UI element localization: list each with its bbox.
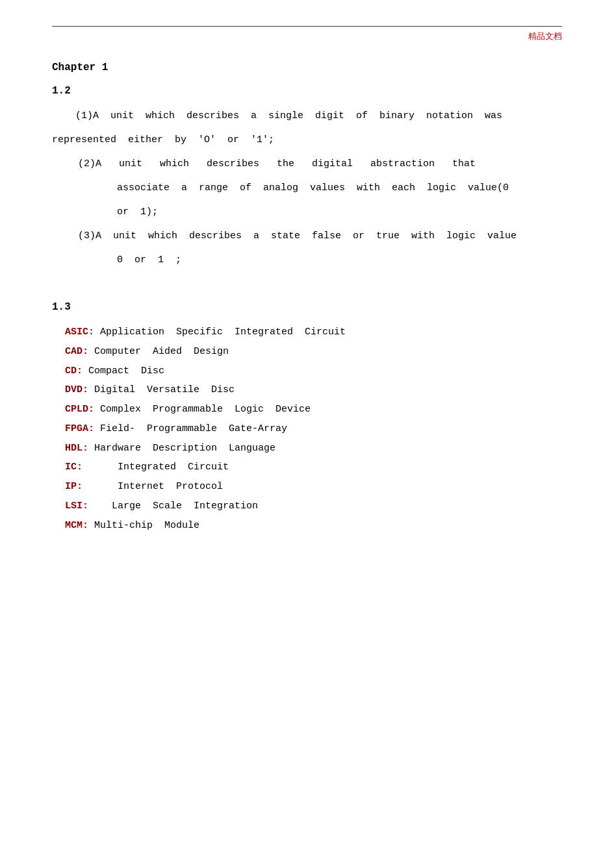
item-1-main: (1)A unit which describes a single digit… (52, 107, 562, 125)
item-3-main: (3)A unit which describes a state false … (78, 227, 562, 245)
abbrev-label-lsi: LSI: (65, 501, 88, 512)
abbrev-lsi: LSI: Large Scale Integration (52, 497, 562, 515)
item-2-block: (2)A unit which describes the digital ab… (52, 155, 562, 221)
abbrev-label-fpga: FPGA: (65, 423, 94, 434)
abbrev-hdl: HDL: Hardware Description Language (52, 440, 562, 458)
abbrev-full-asic: Application Specific Integrated Circuit (94, 327, 346, 338)
abbrev-full-ip: Internet Protocol (83, 481, 223, 492)
abbrev-cpld: CPLD: Complex Programmable Logic Device (52, 401, 562, 419)
chapter-title: Chapter 1 (52, 62, 562, 73)
item-1-continuation: represented either by 'O' or '1'; (52, 131, 562, 149)
abbrev-label-mcm: MCM: (65, 520, 88, 531)
abbrev-full-ic: Integrated Circuit (83, 462, 229, 473)
item-2-main: (2)A unit which describes the digital ab… (78, 155, 562, 173)
abbrev-label-cpld: CPLD: (65, 404, 94, 415)
page: 精品文档 Chapter 1 1.2 (1)A unit which descr… (0, 0, 614, 868)
abbrev-full-dvd: Digital Versatile Disc (88, 384, 235, 395)
abbrev-label-ic: IC: (65, 462, 83, 473)
abbrev-full-cd: Compact Disc (83, 366, 164, 377)
abbrev-full-lsi: Large Scale Integration (88, 501, 258, 512)
abbrev-label-asic: ASIC: (65, 327, 94, 338)
watermark: 精品文档 (52, 31, 562, 42)
section-1-3-number: 1.3 (52, 301, 562, 313)
abbrev-label-ip: IP: (65, 481, 83, 492)
top-rule (52, 26, 562, 27)
abbrev-full-cpld: Complex Programmable Logic Device (94, 404, 311, 415)
abbrev-full-cad: Computer Aided Design (88, 346, 229, 357)
item-3-line2: 0 or 1 ; (78, 251, 562, 269)
abbrev-label-dvd: DVD: (65, 384, 88, 395)
abbrev-label-cd: CD: (65, 366, 83, 377)
abbrev-label-cad: CAD: (65, 346, 88, 357)
section-1-2-number: 1.2 (52, 85, 562, 97)
item-1-block: (1)A unit which describes a single digit… (52, 107, 562, 149)
abbrev-mcm: MCM: Multi-chip Module (52, 517, 562, 535)
abbrev-dvd: DVD: Digital Versatile Disc (52, 381, 562, 399)
spacer-1 (52, 275, 562, 301)
abbrev-cad: CAD: Computer Aided Design (52, 343, 562, 361)
abbrev-cd: CD: Compact Disc (52, 362, 562, 380)
abbrev-full-fpga: Field- Programmable Gate-Array (94, 423, 287, 434)
abbrev-full-hdl: Hardware Description Language (88, 443, 275, 454)
abbrev-fpga: FPGA: Field- Programmable Gate-Array (52, 420, 562, 438)
item-2-line2: associate a range of analog values with … (78, 179, 562, 197)
abbrev-full-mcm: Multi-chip Module (88, 520, 199, 531)
item-2-line3: or 1); (78, 203, 562, 221)
abbreviation-list: ASIC: Application Specific Integrated Ci… (52, 323, 562, 534)
abbrev-label-hdl: HDL: (65, 443, 88, 454)
abbrev-asic: ASIC: Application Specific Integrated Ci… (52, 323, 562, 341)
abbrev-ip: IP: Internet Protocol (52, 478, 562, 496)
item-3-block: (3)A unit which describes a state false … (52, 227, 562, 269)
abbrev-ic: IC: Integrated Circuit (52, 458, 562, 477)
